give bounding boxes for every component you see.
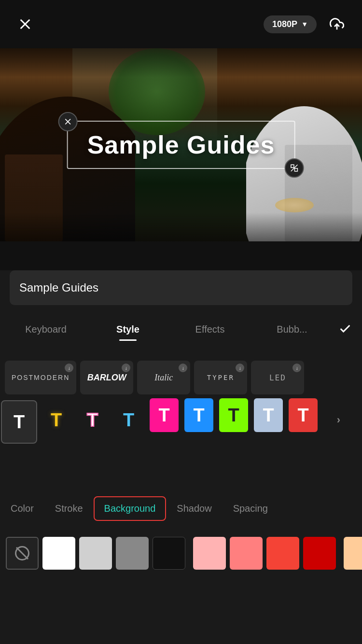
resize-text-button[interactable] — [284, 158, 304, 178]
chevron-down-icon: ▼ — [301, 20, 308, 28]
tab-style[interactable]: Style — [87, 316, 169, 341]
tab-effects[interactable]: Effects — [169, 316, 251, 341]
font-styles-row: POSTMODERN ↓ BARLOW ↓ Italic ↓ TYPER ↓ L… — [0, 355, 362, 400]
swatch-red-light[interactable] — [266, 537, 299, 570]
swatch-red[interactable] — [303, 537, 336, 570]
download-icon: ↓ — [292, 364, 301, 372]
text-style-blue[interactable]: T — [111, 398, 147, 442]
text-style-plain[interactable]: T — [1, 400, 37, 444]
sub-tab-stroke[interactable]: Stroke — [44, 496, 94, 521]
close-text-button[interactable] — [58, 112, 78, 131]
font-style-postmodern[interactable]: POSTMODERN ↓ — [5, 361, 76, 394]
font-style-typer[interactable]: TYPER ↓ — [194, 361, 247, 394]
text-style-red-bg[interactable]: T — [289, 398, 318, 432]
top-bar-right: 1080P ▼ — [264, 14, 348, 35]
svg-line-9 — [16, 547, 28, 559]
font-postmodern-label: POSTMODERN — [12, 374, 70, 381]
swatch-light-gray[interactable] — [79, 537, 112, 570]
swatch-pink[interactable] — [230, 537, 263, 570]
text-style-yellow[interactable]: T — [38, 398, 74, 442]
text-input[interactable]: Sample Guides — [10, 270, 352, 305]
swatch-gray[interactable] — [116, 537, 149, 570]
tab-bubble[interactable]: Bubb... — [251, 316, 333, 341]
text-style-pink-outline[interactable]: T — [74, 398, 111, 442]
video-text-label: Sample Guides — [87, 130, 275, 159]
upload-button[interactable] — [326, 14, 348, 35]
text-style-blue-bg[interactable]: T — [184, 398, 213, 432]
sub-tab-shadow[interactable]: Shadow — [166, 496, 222, 521]
video-preview: Sample Guides — [0, 48, 362, 241]
resolution-label: 1080P — [272, 19, 297, 29]
swatch-white[interactable] — [42, 537, 75, 570]
swatch-black[interactable] — [153, 537, 185, 570]
sub-tab-spacing[interactable]: Spacing — [223, 496, 278, 521]
font-led-label: LED — [269, 373, 286, 382]
download-icon: ↓ — [179, 364, 187, 372]
sub-tab-background[interactable]: Background — [94, 496, 167, 521]
bottom-area — [0, 625, 362, 644]
text-input-area: Sample Guides — [0, 270, 362, 305]
font-italic-label: Italic — [154, 373, 173, 383]
video-text-container[interactable]: Sample Guides — [67, 121, 295, 169]
font-typer-label: TYPER — [207, 374, 235, 381]
sub-tabs-row: Color Stroke Background Shadow Spacing — [0, 492, 362, 525]
font-style-barlow[interactable]: BARLOW ↓ — [80, 361, 133, 394]
font-barlow-label: BARLOW — [87, 373, 126, 383]
svg-rect-6 — [294, 168, 297, 171]
font-style-italic[interactable]: Italic ↓ — [137, 361, 190, 394]
tab-keyboard[interactable]: Keyboard — [5, 316, 87, 341]
tabs-row: Keyboard Style Effects Bubb... — [0, 316, 362, 341]
text-style-pink-bg[interactable]: T — [150, 398, 179, 432]
video-spacer — [0, 241, 362, 270]
resolution-selector[interactable]: 1080P ▼ — [264, 15, 317, 33]
sub-tab-color[interactable]: Color — [0, 496, 44, 521]
font-style-led[interactable]: LED ↓ — [251, 361, 304, 394]
confirm-button[interactable] — [333, 322, 357, 336]
text-style-more[interactable]: › — [320, 398, 357, 442]
color-t-row: T T T T T T T T T › — [0, 398, 362, 446]
text-style-gray-bg[interactable]: T — [254, 398, 283, 432]
color-swatches-row — [0, 531, 362, 575]
close-button[interactable] — [14, 14, 36, 35]
swatch-none[interactable] — [6, 537, 39, 570]
swatch-light-pink[interactable] — [193, 537, 226, 570]
download-icon: ↓ — [122, 364, 130, 372]
text-style-green-bg[interactable]: T — [219, 398, 248, 432]
top-bar: 1080P ▼ — [0, 0, 362, 48]
download-icon: ↓ — [65, 364, 73, 372]
download-icon: ↓ — [236, 364, 244, 372]
swatch-light-orange[interactable] — [344, 537, 362, 570]
svg-rect-5 — [291, 165, 294, 168]
